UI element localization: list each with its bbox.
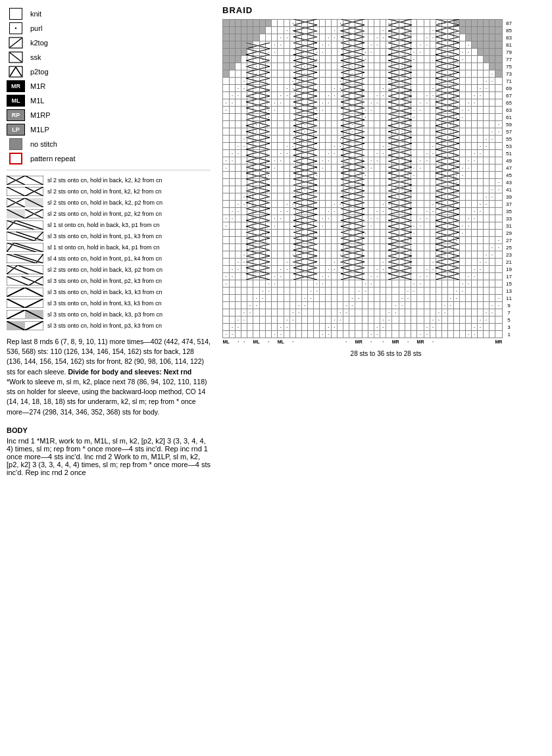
row-number: 7	[502, 309, 515, 316]
chart-cell: ·	[290, 309, 296, 316]
chart-cell	[405, 208, 411, 215]
chart-cell	[290, 331, 296, 338]
chart-cell: ·	[272, 107, 278, 114]
chart-cell	[386, 215, 392, 222]
chart-cell	[495, 143, 503, 150]
chart-cell	[454, 85, 460, 92]
chart-cell	[349, 85, 355, 92]
chart-cell: ·	[266, 222, 272, 230]
chart-cell	[223, 193, 230, 201]
chart-cell	[374, 222, 380, 230]
chart-cell: ·	[478, 143, 484, 150]
chart-cell	[430, 186, 436, 193]
row-number: 61	[502, 114, 515, 121]
chart-cell	[460, 150, 466, 157]
chart-cell	[484, 114, 489, 121]
chart-cell	[368, 244, 374, 251]
chart-cell	[314, 201, 320, 208]
chart-cell	[247, 324, 253, 331]
chart-cell	[326, 164, 332, 172]
chart-cell	[424, 288, 430, 295]
chart-cell	[284, 302, 290, 309]
chart-cell	[417, 143, 424, 150]
chart-cell	[308, 78, 314, 85]
chart-cell	[448, 324, 454, 331]
chart-cell	[290, 222, 296, 230]
chart-cell	[448, 215, 454, 222]
chart-cell	[253, 107, 260, 114]
chart-cell: ·	[296, 244, 302, 251]
chart-cell: ·	[405, 179, 411, 186]
chart-cell	[460, 121, 466, 128]
chart-cell	[355, 27, 363, 34]
chart-cell: ·	[424, 266, 430, 273]
chart-cell	[495, 49, 503, 56]
legend-p2tog: p2tog	[7, 66, 211, 78]
chart-cell	[290, 34, 296, 41]
chart-cell	[338, 172, 343, 179]
chart-cell: ·	[495, 128, 503, 136]
chart-cell	[399, 78, 405, 85]
chart-cell: ·	[454, 63, 460, 70]
chart-cell	[489, 230, 495, 237]
chart-cell	[399, 136, 405, 143]
chart-cell: ·	[236, 201, 241, 208]
chart-cell	[223, 186, 230, 193]
chart-cell	[495, 193, 503, 201]
row-number: 37	[502, 201, 515, 208]
chart-cell: ·	[466, 41, 472, 49]
chart-cell	[302, 266, 308, 273]
chart-cell	[355, 128, 363, 136]
chart-cell: ·	[326, 99, 332, 107]
chart-cell: ·	[472, 273, 478, 280]
chart-cell: ·	[332, 85, 338, 92]
chart-cell	[260, 85, 266, 92]
chart-cell	[236, 121, 241, 128]
chart-cell	[338, 222, 343, 230]
chart-cell	[260, 27, 266, 34]
chart-cell	[436, 208, 442, 215]
chart-cell	[392, 63, 399, 70]
chart-cell	[260, 34, 266, 41]
chart-bottom-cell	[272, 338, 278, 346]
chart-cell	[484, 172, 489, 179]
chart-cell	[411, 193, 417, 201]
chart-cell	[442, 179, 448, 186]
chart-cell: ·	[308, 179, 314, 186]
chart-cell	[290, 280, 296, 288]
chart-cell: ·	[230, 266, 236, 273]
chart-cell: ·	[241, 78, 247, 85]
chart-cell	[236, 244, 241, 251]
chart-cell	[223, 302, 230, 309]
chart-cell	[302, 193, 308, 201]
chart-cell	[442, 92, 448, 99]
chart-cell	[466, 193, 472, 201]
chart-cell: ·	[253, 302, 260, 309]
chart-cell	[223, 179, 230, 186]
chart-cell: ·	[343, 244, 349, 251]
chart-cell	[399, 20, 405, 27]
chart-cell	[495, 92, 503, 99]
cable-label-1: sl 2 sts onto cn, hold in front, k2, k2 …	[47, 188, 162, 195]
chart-cell	[374, 70, 380, 78]
chart-cell	[466, 150, 472, 157]
chart-cell	[386, 324, 392, 331]
chart-cell	[430, 63, 436, 70]
legend-m1lp: LP M1LP	[7, 124, 211, 136]
chart-cell: ·	[392, 78, 399, 85]
chart-cell: ·	[326, 215, 332, 222]
chart-cell	[266, 78, 272, 85]
chart-cell	[454, 136, 460, 143]
chart-cell	[478, 302, 484, 309]
chart-cell: ·	[454, 114, 460, 121]
chart-cell	[430, 295, 436, 302]
chart-cell	[411, 331, 417, 338]
chart-cell	[272, 251, 278, 259]
cable-legend-3: sl 2 sts onto cn, hold in front, p2, k2 …	[7, 209, 211, 218]
chart-cell: ·	[399, 179, 405, 186]
chart-cell	[302, 99, 308, 107]
chart-cell: ·	[363, 56, 368, 63]
chart-bottom-cell: MR	[495, 338, 503, 346]
chart-cell: ·	[223, 222, 230, 230]
chart-cell	[284, 99, 290, 107]
